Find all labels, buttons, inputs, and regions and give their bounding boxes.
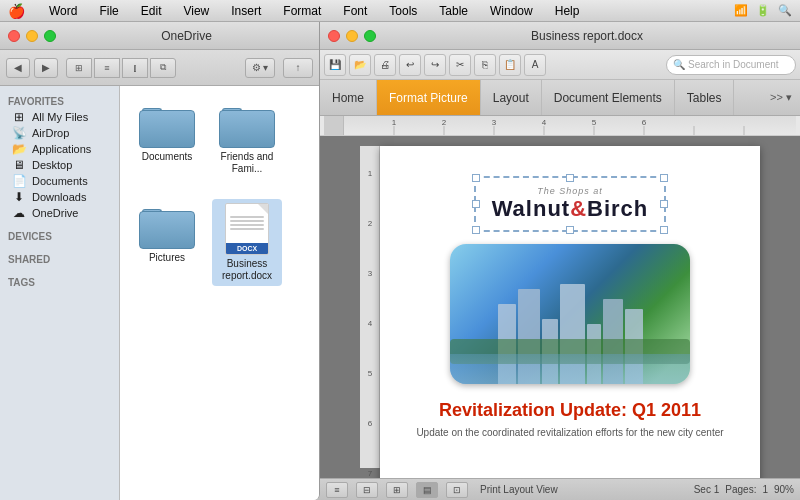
open-btn[interactable]: 📂: [349, 54, 371, 76]
close-button[interactable]: [8, 30, 20, 42]
handle-tl[interactable]: [472, 174, 480, 182]
copy-btn[interactable]: ⎘: [474, 54, 496, 76]
icon-view-button[interactable]: ⊞: [66, 58, 92, 78]
menu-file[interactable]: File: [95, 3, 122, 19]
paste-btn[interactable]: 📋: [499, 54, 521, 76]
menu-table[interactable]: Table: [435, 3, 472, 19]
word-maximize-button[interactable]: [364, 30, 376, 42]
desktop-icon: 🖥: [11, 159, 27, 171]
page-number: 1: [762, 484, 768, 495]
status-view-2[interactable]: ⊟: [356, 482, 378, 498]
share-button[interactable]: ↑: [283, 58, 313, 78]
tab-layout[interactable]: Layout: [481, 80, 542, 115]
menu-edit[interactable]: Edit: [137, 3, 166, 19]
svg-text:1: 1: [392, 118, 397, 127]
sidebar-item-documents[interactable]: 📄 Documents: [3, 173, 116, 189]
forward-button[interactable]: ▶: [34, 58, 58, 78]
handle-ml[interactable]: [472, 200, 480, 208]
format-btn[interactable]: A: [524, 54, 546, 76]
handle-br[interactable]: [660, 226, 668, 234]
tab-tables[interactable]: Tables: [675, 80, 735, 115]
friends-folder-item[interactable]: Friends and Fami...: [212, 98, 282, 179]
column-view-button[interactable]: ⫿: [122, 58, 148, 78]
handle-bl[interactable]: [472, 226, 480, 234]
logo-shops-text: The Shops at: [492, 186, 649, 196]
search-icon[interactable]: 🔍: [778, 4, 792, 17]
word-document-title: Business report.docx: [382, 29, 792, 43]
wifi-icon: 📶: [734, 4, 748, 17]
svg-text:5: 5: [368, 369, 373, 378]
folder-icon: [139, 102, 195, 148]
search-placeholder: Search in Document: [688, 59, 779, 70]
sidebar-item-onedrive[interactable]: ☁ OneDrive: [3, 205, 116, 221]
document-page: The Shops at Walnut&Birch: [380, 146, 760, 478]
ribbon: Home Format Picture Layout Document Elem…: [320, 80, 800, 116]
logo-birch: Birch: [587, 196, 648, 221]
undo-btn[interactable]: ↩: [399, 54, 421, 76]
zoom-level: 90%: [774, 484, 794, 495]
back-button[interactable]: ◀: [6, 58, 30, 78]
print-btn[interactable]: 🖨: [374, 54, 396, 76]
action-button[interactable]: ⚙ ▾: [245, 58, 275, 78]
finder-title: OneDrive: [62, 29, 311, 43]
handle-tm[interactable]: [566, 174, 574, 182]
folder-icon-friends: [219, 102, 275, 148]
sidebar-item-airdrop[interactable]: 📡 AirDrop: [3, 125, 116, 141]
documents-folder-item[interactable]: Documents: [132, 98, 202, 179]
sidebar-label-downloads: Downloads: [32, 191, 86, 203]
sidebar-item-applications[interactable]: 📂 Applications: [3, 141, 116, 157]
finder-toolbar: ◀ ▶ ⊞ ≡ ⫿ ⧉ ⚙ ▾ ↑: [0, 50, 319, 86]
menu-insert[interactable]: Insert: [227, 3, 265, 19]
status-view-3[interactable]: ⊞: [386, 482, 408, 498]
menu-format[interactable]: Format: [279, 3, 325, 19]
finder-window: OneDrive ◀ ▶ ⊞ ≡ ⫿ ⧉ ⚙ ▾ ↑ FAVORITES ⊞ A…: [0, 22, 320, 500]
menu-word[interactable]: Word: [45, 3, 81, 19]
word-minimize-button[interactable]: [346, 30, 358, 42]
logo-container[interactable]: The Shops at Walnut&Birch: [474, 176, 667, 232]
tab-home[interactable]: Home: [320, 80, 377, 115]
sidebar-item-desktop[interactable]: 🖥 Desktop: [3, 157, 116, 173]
logo-ampersand: &: [570, 196, 587, 221]
tab-layout-label: Layout: [493, 91, 529, 105]
svg-text:2: 2: [368, 219, 373, 228]
city-image: [450, 244, 690, 384]
handle-tr[interactable]: [660, 174, 668, 182]
business-report-item[interactable]: DOCX Business report.docx: [212, 199, 282, 286]
word-toolbar: 💾 📂 🖨 ↩ ↪ ✂ ⎘ 📋 A 🔍 Search in Document: [320, 50, 800, 80]
menu-help[interactable]: Help: [551, 3, 584, 19]
minimize-button[interactable]: [26, 30, 38, 42]
apple-menu[interactable]: 🍎: [8, 3, 25, 19]
status-view-5[interactable]: ⊡: [446, 482, 468, 498]
maximize-button[interactable]: [44, 30, 56, 42]
save-btn[interactable]: 💾: [324, 54, 346, 76]
devices-label: DEVICES: [0, 227, 119, 244]
sidebar-item-all-my-files[interactable]: ⊞ All My Files: [3, 109, 116, 125]
word-close-button[interactable]: [328, 30, 340, 42]
tab-document-elements[interactable]: Document Elements: [542, 80, 675, 115]
sidebar-label-airdrop: AirDrop: [32, 127, 69, 139]
menu-window[interactable]: Window: [486, 3, 537, 19]
list-view-button[interactable]: ≡: [94, 58, 120, 78]
status-view-1[interactable]: ≡: [326, 482, 348, 498]
document-subtitle: Update on the coordinated revitalization…: [416, 427, 723, 438]
svg-text:2: 2: [442, 118, 447, 127]
tab-format-picture[interactable]: Format Picture: [377, 80, 481, 115]
redo-btn[interactable]: ↪: [424, 54, 446, 76]
menu-font[interactable]: Font: [339, 3, 371, 19]
menu-tools[interactable]: Tools: [385, 3, 421, 19]
finder-body: FAVORITES ⊞ All My Files 📡 AirDrop 📂 App…: [0, 86, 319, 500]
finder-content: Documents Friends and Fami...: [120, 86, 319, 500]
airdrop-icon: 📡: [11, 127, 27, 139]
ribbon-more-button[interactable]: >> ▾: [762, 80, 800, 115]
handle-bm[interactable]: [566, 226, 574, 234]
file-name-friends: Friends and Fami...: [216, 151, 278, 175]
pictures-folder-item[interactable]: Pictures: [132, 199, 202, 286]
favorites-label: FAVORITES: [0, 92, 119, 109]
status-view-4[interactable]: ▤: [416, 482, 438, 498]
handle-mr[interactable]: [660, 200, 668, 208]
menu-view[interactable]: View: [179, 3, 213, 19]
cut-btn[interactable]: ✂: [449, 54, 471, 76]
sidebar-item-downloads[interactable]: ⬇ Downloads: [3, 189, 116, 205]
search-box[interactable]: 🔍 Search in Document: [666, 55, 796, 75]
flow-view-button[interactable]: ⧉: [150, 58, 176, 78]
